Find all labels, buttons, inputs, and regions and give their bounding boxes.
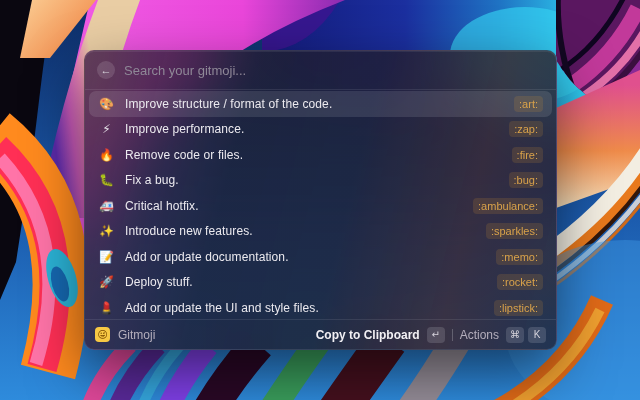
- gitmoji-code-badge: :lipstick:: [494, 300, 543, 316]
- gitmoji-description: Deploy stuff.: [125, 275, 193, 289]
- gitmoji-list: 🎨Improve structure / format of the code.…: [85, 90, 556, 319]
- actions-shortcut-keys: ⌘K: [506, 327, 546, 343]
- desktop: ← 🎨Improve structure / format of the cod…: [0, 0, 640, 400]
- list-item[interactable]: 🔥Remove code or files.:fire:: [89, 142, 552, 168]
- gitmoji-description: Add or update the UI and style files.: [125, 301, 319, 315]
- gitmoji-description: Critical hotfix.: [125, 199, 199, 213]
- gitmoji-emoji: ⚡: [98, 122, 115, 136]
- list-item[interactable]: 📝Add or update documentation.:memo:: [89, 244, 552, 270]
- gitmoji-emoji: ✨: [98, 224, 115, 238]
- gitmoji-emoji: 💄: [98, 301, 115, 315]
- back-button[interactable]: ←: [97, 61, 115, 79]
- gitmoji-description: Remove code or files.: [125, 148, 243, 162]
- return-key-icon[interactable]: ↵: [427, 327, 445, 343]
- k-key-icon[interactable]: K: [528, 327, 546, 343]
- list-item[interactable]: 🎨Improve structure / format of the code.…: [89, 91, 552, 117]
- gitmoji-description: Improve performance.: [125, 122, 244, 136]
- search-input[interactable]: [124, 63, 544, 78]
- gitmoji-description: Add or update documentation.: [125, 250, 289, 264]
- gitmoji-code-badge: :bug:: [509, 172, 543, 188]
- gitmoji-logo-icon: 😜: [95, 327, 110, 342]
- footer-bar: 😜 Gitmoji Copy to Clipboard ↵ Actions ⌘K: [85, 320, 556, 349]
- command-key-icon[interactable]: ⌘: [506, 327, 524, 343]
- app-name: Gitmoji: [118, 328, 155, 342]
- copy-to-clipboard-action[interactable]: Copy to Clipboard: [316, 328, 420, 342]
- gitmoji-emoji: 📝: [98, 250, 115, 264]
- list-item[interactable]: 🚀Deploy stuff.:rocket:: [89, 270, 552, 296]
- gitmoji-emoji: 🔥: [98, 148, 115, 162]
- gitmoji-code-badge: :zap:: [509, 121, 543, 137]
- gitmoji-code-badge: :art:: [514, 96, 543, 112]
- list-item[interactable]: 🚑Critical hotfix.:ambulance:: [89, 193, 552, 219]
- list-item[interactable]: ⚡Improve performance.:zap:: [89, 117, 552, 143]
- gitmoji-description: Improve structure / format of the code.: [125, 97, 332, 111]
- gitmoji-emoji: 🎨: [98, 97, 115, 111]
- gitmoji-description: Fix a bug.: [125, 173, 179, 187]
- gitmoji-emoji: 🐛: [98, 173, 115, 187]
- gitmoji-launcher-window: ← 🎨Improve structure / format of the cod…: [84, 50, 557, 350]
- gitmoji-code-badge: :sparkles:: [486, 223, 543, 239]
- list-item[interactable]: ✨Introduce new features.:sparkles:: [89, 219, 552, 245]
- actions-menu-button[interactable]: Actions: [460, 328, 499, 342]
- gitmoji-code-badge: :ambulance:: [473, 198, 543, 214]
- gitmoji-description: Introduce new features.: [125, 224, 253, 238]
- list-item[interactable]: 💄Add or update the UI and style files.:l…: [89, 295, 552, 319]
- footer-actions: Copy to Clipboard ↵ Actions ⌘K: [316, 327, 546, 343]
- list-item[interactable]: 🐛Fix a bug.:bug:: [89, 168, 552, 194]
- gitmoji-emoji: 🚑: [98, 199, 115, 213]
- search-bar: ←: [85, 51, 556, 89]
- gitmoji-emoji: 🚀: [98, 275, 115, 289]
- gitmoji-code-badge: :memo:: [496, 249, 543, 265]
- footer-separator: [452, 329, 453, 341]
- gitmoji-code-badge: :fire:: [512, 147, 543, 163]
- gitmoji-code-badge: :rocket:: [497, 274, 543, 290]
